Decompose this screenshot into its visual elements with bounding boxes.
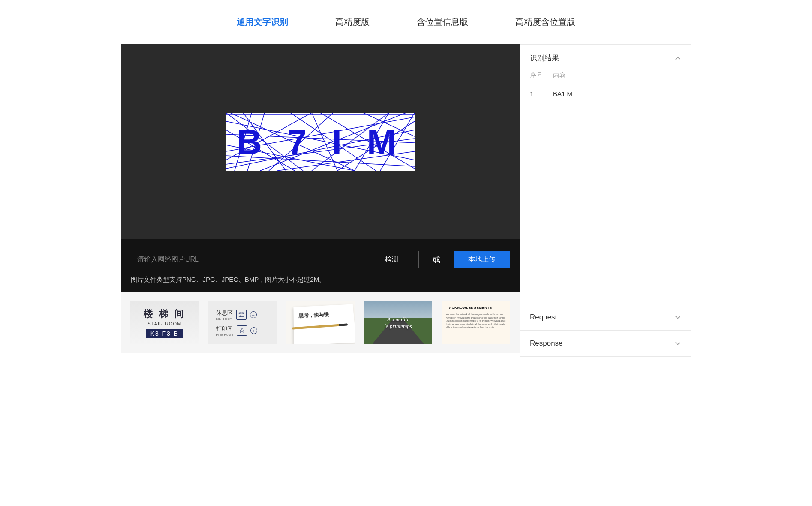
row-content: BA1 M [553, 90, 572, 97]
thumbnail-3[interactable]: 思考，快与慢 [286, 301, 355, 344]
thumbnail-strip: 楼 梯 间 STAIR ROOM K3-F3-B 休息区 Mall Room ⛱… [121, 292, 520, 353]
thumb4-line2: le printemps [384, 323, 412, 330]
thumb5-head: ACKNOWLEDGEMENTS [446, 305, 495, 310]
response-panel: Response [520, 331, 691, 357]
captcha-image: B 7 I M [226, 113, 415, 171]
thumb1-cn: 楼 梯 间 [144, 307, 186, 320]
col-content-header: 内容 [553, 72, 566, 80]
thumb1-bar: K3-F3-B [146, 329, 183, 338]
chevron-up-icon [675, 55, 681, 61]
thumbnail-2[interactable]: 休息区 Mall Room ⛱ → 打印间 Print Room ⎙ ↓ [208, 301, 277, 344]
request-panel: Request [520, 304, 691, 331]
thumb2-row2-en: Print Room [216, 333, 233, 337]
thumb2-row2-cn: 打印间 [216, 325, 233, 333]
thumb1-en: STAIR ROOM [147, 321, 181, 326]
arrow-right-icon: → [250, 311, 257, 318]
thumb3-title: 思考，快与慢 [299, 310, 349, 319]
thumb2-row1-en: Mall Room [216, 317, 233, 321]
image-preview-area: B 7 I M [121, 44, 520, 239]
chevron-down-icon [675, 340, 681, 346]
response-title: Response [530, 339, 563, 348]
thumb4-line1: Accueillir [387, 316, 409, 323]
upload-button[interactable]: 本地上传 [454, 251, 510, 268]
detect-button[interactable]: 检测 [365, 251, 419, 268]
captcha-text: B 7 I M [226, 113, 415, 171]
thumb5-body: We would like to thank all the designers… [446, 313, 506, 329]
or-label: 或 [427, 254, 445, 265]
col-index-header: 序号 [530, 72, 543, 80]
toolbar: 检测 或 本地上传 图片文件类型支持PNG、JPG、JPEG、BMP，图片大小不… [121, 239, 520, 292]
thumbnail-5[interactable]: ACKNOWLEDGEMENTS We would like to thank … [442, 301, 510, 344]
thumb2-row1-cn: 休息区 [216, 309, 233, 317]
results-title: 识别结果 [530, 53, 559, 63]
arrow-down-icon: ↓ [250, 327, 257, 334]
chevron-down-icon [675, 314, 681, 320]
file-hint: 图片文件类型支持PNG、JPG、JPEG、BMP，图片大小不超过2M。 [131, 276, 510, 284]
tab-high-precision-position[interactable]: 高精度含位置版 [515, 16, 575, 28]
results-panel-header[interactable]: 识别结果 [520, 45, 691, 72]
response-panel-header[interactable]: Response [520, 331, 691, 356]
tab-bar: 通用文字识别 高精度版 含位置信息版 高精度含位置版 [121, 0, 691, 44]
rest-area-icon: ⛱ [236, 310, 247, 320]
tab-high-precision[interactable]: 高精度版 [335, 16, 370, 28]
thumbnail-4[interactable]: Accueillir le printemps [364, 301, 433, 344]
request-panel-header[interactable]: Request [520, 304, 691, 330]
request-title: Request [530, 313, 557, 322]
tab-with-position[interactable]: 含位置信息版 [417, 16, 468, 28]
row-index: 1 [530, 90, 543, 97]
printer-icon: ⎙ [237, 325, 247, 336]
table-row: 1 BA1 M [530, 87, 681, 101]
url-input[interactable] [131, 251, 365, 268]
results-panel: 识别结果 序号 内容 1 BA1 M [520, 45, 691, 304]
tab-general-ocr[interactable]: 通用文字识别 [237, 16, 288, 28]
thumbnail-1[interactable]: 楼 梯 间 STAIR ROOM K3-F3-B [130, 301, 199, 344]
